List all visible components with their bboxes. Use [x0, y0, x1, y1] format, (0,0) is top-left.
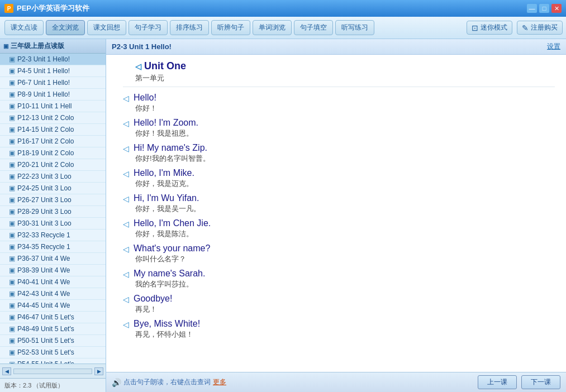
doc-icon: ▣ [9, 90, 15, 98]
sidebar-item-label: P24-25 Unit 3 Loo [17, 184, 72, 192]
sentence-learn-button[interactable]: 句子学习 [129, 20, 168, 35]
sidebar-item[interactable]: ▣P24-25 Unit 3 Loo [0, 183, 106, 194]
sentence-english[interactable]: ◁ Hello! I'm Zoom. [123, 118, 555, 128]
sentence-english[interactable]: ◁ Goodbye! [123, 294, 555, 304]
mini-mode-label: 迷你模式 [481, 23, 507, 32]
sidebar-item-label: P20-21 Unit 2 Colo [17, 161, 74, 169]
sidebar-item[interactable]: ▣P22-23 Unit 3 Loo [0, 171, 106, 183]
sidebar-item-label: P34-35 Recycle 1 [17, 243, 70, 251]
sidebar-item-label: P26-27 Unit 3 Loo [17, 196, 72, 204]
sidebar-item[interactable]: ▣P28-29 Unit 3 Loo [0, 206, 106, 218]
sidebar-item[interactable]: ▣P52-53 Unit 5 Let's [0, 347, 106, 358]
sentence-english[interactable]: ◁ My name's Sarah. [123, 269, 555, 279]
next-lesson-button[interactable]: 下一课 [521, 375, 560, 389]
scroll-right-button[interactable]: ▶ [94, 367, 103, 375]
list-item: ◁ My name's Sarah. 我的名字叫莎拉。 [123, 269, 555, 289]
play-icon[interactable]: ◁ [123, 270, 129, 279]
full-browse-button[interactable]: 全文浏览 [46, 20, 85, 35]
sidebar-scrollbar[interactable] [13, 369, 92, 374]
doc-icon: ▣ [9, 302, 15, 309]
sidebar-item[interactable]: ▣P34-35 Recycle 1 [0, 241, 106, 253]
sentence-english[interactable]: ◁ Bye, Miss White! [123, 319, 555, 329]
sidebar-item[interactable]: ▣P16-17 Unit 2 Colo [0, 136, 106, 147]
sidebar-item[interactable]: ▣P26-27 Unit 3 Loo [0, 194, 106, 206]
play-icon[interactable]: ◁ [123, 119, 129, 128]
play-icon[interactable]: ◁ [123, 94, 129, 103]
sidebar-item[interactable]: ▣P48-49 Unit 5 Let's [0, 323, 106, 335]
sidebar-item[interactable]: ▣P38-39 Unit 4 We [0, 265, 106, 276]
sidebar-item[interactable]: ▣P30-31 Unit 3 Loo [0, 218, 106, 230]
sidebar-item-label: P14-15 Unit 2 Colo [17, 126, 74, 133]
sentence-english[interactable]: ◁ Hi! My name's Zip. [123, 143, 555, 153]
sidebar-item[interactable]: ▣P6-7 Unit 1 Hello! [0, 77, 106, 89]
sidebar-item[interactable]: ▣P40-41 Unit 4 We [0, 276, 106, 288]
sidebar-item-label: P42-43 Unit 4 We [17, 290, 70, 298]
sidebar-item[interactable]: ▣P18-19 Unit 2 Colo [0, 147, 106, 159]
unit-title-entry: ◁ Unit One 第一单元 [123, 60, 555, 87]
sidebar-item[interactable]: ▣P50-51 Unit 5 Let's [0, 335, 106, 347]
sidebar-item[interactable]: ▣P32-33 Recycle 1 [0, 230, 106, 241]
doc-icon: ▣ [9, 278, 15, 286]
play-icon[interactable]: ◁ [123, 169, 129, 178]
list-item: ◁ Bye, Miss White! 再见，怀特小姐！ [123, 319, 555, 340]
play-icon[interactable]: ◁ [123, 194, 129, 203]
sidebar-item[interactable]: ▣P42-43 Unit 4 We [0, 288, 106, 300]
unit-title-english[interactable]: ◁ Unit One [123, 60, 555, 72]
play-icon[interactable]: ◁ [123, 144, 129, 153]
list-item: ◁ Hello, I'm Mike. 你好，我是迈克。 [123, 168, 555, 189]
scroll-left-button[interactable]: ◀ [2, 367, 11, 375]
sidebar-item-label: P8-9 Unit 1 Hello! [17, 90, 70, 98]
sidebar-header: ▣ 三年级上册点读版 [0, 39, 106, 54]
fill-sentence-button[interactable]: 句子填空 [294, 20, 333, 35]
lesson-recall-button[interactable]: 课文回想 [87, 20, 126, 35]
sidebar-list[interactable]: ▣P2-3 Unit 1 Hello!▣P4-5 Unit 1 Hello!▣P… [0, 54, 106, 364]
prev-lesson-button[interactable]: 上一课 [478, 375, 517, 389]
sort-practice-button[interactable]: 排序练习 [170, 20, 209, 35]
sidebar-item[interactable]: ▣P8-9 Unit 1 Hello! [0, 89, 106, 101]
content-title: P2-3 Unit 1 Hello! [112, 42, 172, 51]
sidebar-item[interactable]: ▣P46-47 Unit 5 Let's [0, 312, 106, 323]
sidebar-item-label: P4-5 Unit 1 Hello! [17, 67, 70, 75]
app-title: PEP小学英语学习软件 [17, 3, 89, 13]
sidebar-item[interactable]: ▣P54-55 Unit 5 Let's [0, 358, 106, 364]
sidebar-item[interactable]: ▣P4-5 Unit 1 Hello! [0, 65, 106, 77]
register-button[interactable]: ✎ 注册购买 [517, 21, 563, 35]
sentence-english[interactable]: ◁ What's your name? [123, 243, 555, 254]
list-item: ◁ Hi, I'm Wu Yifan. 你好，我是吴一凡。 [123, 193, 555, 214]
minimize-button[interactable]: — [527, 4, 537, 13]
play-icon[interactable]: ◁ [123, 245, 129, 254]
maximize-button[interactable]: □ [539, 4, 549, 13]
sidebar-item[interactable]: ▣P12-13 Unit 2 Colo [0, 112, 106, 124]
tree-toggle-icon[interactable]: ▣ [3, 43, 8, 49]
word-browse-button[interactable]: 单词浏览 [253, 20, 292, 35]
sentence-english[interactable]: ◁ Hi, I'm Wu Yifan. [123, 193, 555, 203]
sentence-chinese: 你好，我是迈克。 [123, 179, 555, 189]
play-icon[interactable]: ◁ [123, 295, 129, 304]
listen-write-button[interactable]: 听写练习 [335, 20, 374, 35]
sidebar-item[interactable]: ▣P14-15 Unit 2 Colo [0, 124, 106, 136]
sidebar-item[interactable]: ▣P44-45 Unit 4 We [0, 300, 106, 312]
close-button[interactable]: ✕ [551, 4, 562, 13]
listen-sentence-button[interactable]: 听辨句子 [211, 20, 250, 35]
play-icon[interactable]: ◁ [123, 219, 129, 228]
footer-more-link[interactable]: 更多 [213, 377, 226, 387]
list-item: ◁ Hello, I'm Chen Jie. 你好，我是陈洁。 [123, 218, 555, 239]
play-icon[interactable]: ◁ [123, 320, 129, 329]
mini-mode-button[interactable]: ⊡ 迷你模式 [467, 21, 512, 35]
sentence-english[interactable]: ◁ Hello! [123, 93, 555, 103]
footer-hint-text: 点击句子朗读，右键点击查词 [123, 377, 211, 387]
sentence-english[interactable]: ◁ Hello, I'm Chen Jie. [123, 218, 555, 228]
content-scroll-area[interactable]: ◁ Unit One 第一单元 ◁ Hello! 你好！ ◁ Hello! I'… [106, 55, 566, 372]
sidebar-item[interactable]: ▣P10-11 Unit 1 Hell [0, 101, 106, 112]
sidebar-item[interactable]: ▣P2-3 Unit 1 Hello! [0, 54, 106, 65]
list-item: ◁ Hi! My name's Zip. 你好!我的名字叫智普。 [123, 143, 555, 164]
sidebar-item[interactable]: ▣P36-37 Unit 4 We [0, 253, 106, 265]
content-footer: 🔊 点击句子朗读，右键点击查词 更多 上一课 下一课 [106, 372, 566, 392]
list-item: ◁ Goodbye! 再见！ [123, 294, 555, 314]
settings-button[interactable]: 设置 [547, 42, 560, 51]
sentence-english[interactable]: ◁ Hello, I'm Mike. [123, 168, 555, 178]
sidebar-item-label: P36-37 Unit 4 We [17, 255, 70, 262]
play-icon[interactable]: ◁ [135, 62, 141, 71]
lesson-read-button[interactable]: 课文点读 [4, 20, 44, 35]
sidebar-item[interactable]: ▣P20-21 Unit 2 Colo [0, 159, 106, 171]
